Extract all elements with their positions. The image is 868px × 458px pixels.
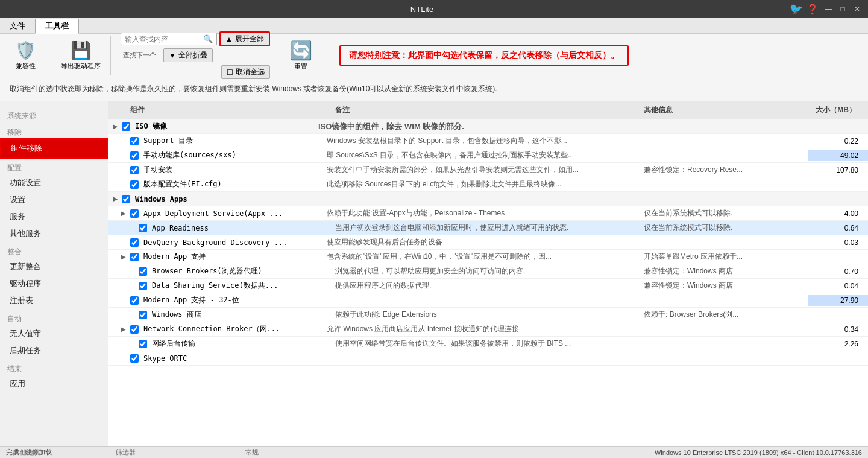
- notice-box: 请您特别注意：此界面中勾选代表保留，反之代表移除（与后文相反）。: [339, 45, 629, 66]
- row-size: 107.80: [808, 165, 868, 176]
- row-checkbox[interactable]: [130, 137, 139, 145]
- row-checkbox[interactable]: [130, 238, 139, 247]
- row-other: 开始菜单跟Metro 应用依赖于...: [639, 250, 808, 263]
- status-right: Windows 10 Enterprise LTSC 2019 (1809) x…: [655, 449, 862, 456]
- row-other: [639, 154, 808, 157]
- table-row: 网络后台传输 使用空闲网络带宽在后台传送文件。如果该服务被禁用，则依赖于 BIT…: [108, 337, 868, 351]
- expand-icon: [119, 238, 128, 247]
- maximize-button[interactable]: □: [838, 4, 848, 14]
- sidebar-item-services[interactable]: 服务: [0, 208, 108, 225]
- row-other: [639, 343, 808, 345]
- row-checkbox[interactable]: [122, 195, 130, 203]
- expand-icon[interactable]: ▶: [111, 122, 119, 131]
- row-note: 即 Sources\SxS 目录，不包含在映像内，备用户通过控制面板手动安装某些…: [322, 149, 639, 162]
- row-size: 0.64: [808, 223, 868, 234]
- row-other: 依赖于: Browser Brokers(浏...: [639, 308, 808, 321]
- expand-icon: [119, 151, 128, 160]
- row-component: Windows 商店: [149, 308, 330, 321]
- row-checkbox[interactable]: [130, 209, 139, 218]
- row-checkbox[interactable]: [130, 325, 139, 334]
- search-box[interactable]: 🔍: [121, 33, 217, 45]
- expand-icon: [119, 166, 128, 174]
- minimize-button[interactable]: —: [823, 4, 833, 14]
- close-button[interactable]: ✕: [852, 4, 862, 14]
- row-component: 网络后台传输: [149, 337, 330, 350]
- expand-icon: [128, 340, 136, 348]
- collapse-all-button[interactable]: ▼ 全部折叠: [163, 48, 213, 62]
- row-size: 49.02: [808, 150, 868, 161]
- reset-button[interactable]: 🔄 重置: [285, 37, 317, 74]
- row-other: [639, 126, 808, 128]
- sidebar-item-apply[interactable]: 应用: [0, 375, 108, 392]
- table-row: Support 目录 Windows 安装盘根目录下的 Support 目录，包…: [108, 134, 868, 148]
- row-component: Modern App 支持: [141, 250, 322, 263]
- deselect-all-button[interactable]: ☐ 取消全选: [221, 65, 270, 79]
- social-icons: 🐦 ❓: [790, 2, 819, 16]
- sidebar-item-post-setup[interactable]: 后期任务: [0, 342, 108, 359]
- expand-all-button[interactable]: ▲ 展开全部: [219, 31, 270, 46]
- sidebar-section-remove: 移除: [0, 122, 108, 139]
- row-note: 提供应用程序之间的数据代理.: [330, 279, 639, 292]
- menu-file[interactable]: 文件: [0, 18, 35, 33]
- row-checkbox[interactable]: [139, 282, 147, 290]
- row-checkbox[interactable]: [139, 311, 147, 319]
- sidebar-item-other-services[interactable]: 其他服务: [0, 225, 108, 242]
- row-checkbox[interactable]: [130, 166, 139, 174]
- export-driver-button[interactable]: 💾 导出驱动程序: [56, 38, 105, 73]
- expand-icon[interactable]: ▶: [111, 195, 119, 203]
- col-header-size: 大小（MB）: [808, 104, 868, 116]
- expand-icon[interactable]: ▶: [119, 209, 128, 218]
- row-component: 手动安装: [141, 164, 322, 176]
- menu-toolbar[interactable]: 工具栏: [35, 19, 79, 34]
- row-note: 依赖于此功能:设置-Appx与功能，Personalize - Themes: [322, 207, 639, 220]
- table-header: 组件 备注 其他信息 大小（MB）: [108, 101, 868, 119]
- compat-button[interactable]: 🛡️ 兼容性: [10, 38, 41, 73]
- toolbar-export-section: 💾 导出驱动程序: [51, 36, 111, 75]
- col-header-other: 其他信息: [639, 104, 808, 116]
- row-checkbox[interactable]: [139, 340, 147, 348]
- row-other: 仅在当前系统模式可以移除.: [639, 221, 808, 234]
- sidebar-item-feature-settings[interactable]: 功能设置: [0, 174, 108, 191]
- search-input[interactable]: [125, 35, 203, 43]
- row-checkbox[interactable]: [122, 122, 130, 131]
- sidebar-item-unattended[interactable]: 无人值守: [0, 325, 108, 342]
- row-size: 27.90: [808, 295, 868, 306]
- help-icon[interactable]: ❓: [807, 4, 819, 15]
- row-checkbox[interactable]: [139, 267, 147, 276]
- table-row: App Readiness 当用户初次登录到这台电脑和添加新应用时，使应用进入就…: [108, 221, 868, 235]
- expand-icon[interactable]: ▶: [119, 253, 128, 261]
- sidebar-item-update-integration[interactable]: 更新整合: [0, 258, 108, 275]
- normal-label: 常规: [204, 448, 300, 458]
- row-checkbox[interactable]: [130, 296, 139, 305]
- row-size: 0.34: [808, 324, 868, 335]
- toolbar-reset-section: 🔄 重置: [280, 36, 322, 75]
- search-icon[interactable]: 🔍: [203, 34, 213, 43]
- sidebar-item-settings[interactable]: 设置: [0, 191, 108, 208]
- row-note: [313, 198, 639, 200]
- row-checkbox[interactable]: [139, 224, 147, 232]
- row-component: ISO 镜像: [133, 120, 313, 133]
- compat-label: 兼容性: [16, 62, 36, 71]
- row-note: 浏览器的代理，可以帮助应用更加安全的访问可访问的内容.: [330, 265, 639, 278]
- row-component: Data Sharing Service(数据共...: [149, 279, 330, 292]
- find-next-label[interactable]: 查找下一个: [121, 50, 159, 60]
- reset-icon: 🔄: [290, 40, 312, 61]
- app-title: NTLite: [54, 5, 790, 14]
- table-row: 版本配置文件(EI.cfg) 此选项移除 Sources目录下的 ei.cfg文…: [108, 177, 868, 192]
- row-note: Windows 安装盘根目录下的 Support 目录，包含数据迁移向导，这个不…: [322, 135, 639, 147]
- row-checkbox[interactable]: [130, 253, 139, 261]
- sidebar-item-registry[interactable]: 注册表: [0, 292, 108, 309]
- sidebar-item-component-remove[interactable]: 组件移除: [0, 139, 108, 158]
- row-checkbox[interactable]: [130, 151, 139, 160]
- row-other: 仅在当前系统模式可以移除.: [639, 207, 808, 220]
- reset-label: 重置: [294, 62, 307, 71]
- sidebar-item-driver[interactable]: 驱动程序: [0, 275, 108, 292]
- row-checkbox[interactable]: [130, 354, 139, 363]
- expand-icon: [128, 282, 136, 290]
- row-other: [639, 299, 808, 302]
- main-layout: 系统来源 移除 组件移除 配置 功能设置 设置 服务 其他服务 整合 更新整合 …: [0, 101, 868, 446]
- row-component: Appx Deployment Service(Appx ...: [141, 208, 322, 219]
- row-checkbox[interactable]: [130, 180, 139, 189]
- expand-icon[interactable]: ▶: [119, 325, 128, 334]
- table-row: ▶ Appx Deployment Service(Appx ... 依赖于此功…: [108, 206, 868, 221]
